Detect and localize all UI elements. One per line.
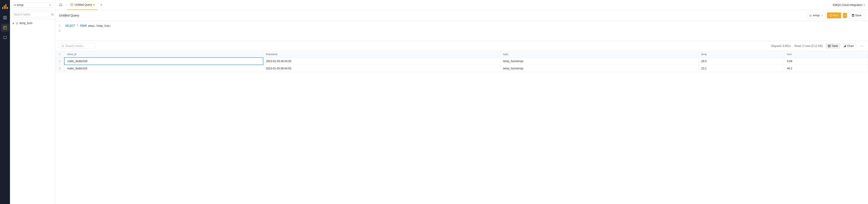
sidebar-search-bar: ↻	[10, 10, 55, 19]
col-header-rownum: #	[55, 51, 64, 58]
nav-separator: /	[65, 4, 66, 6]
svg-point-21	[62, 45, 63, 47]
svg-rect-3	[4, 18, 5, 19]
more-options-button[interactable]: ⋯	[859, 43, 864, 49]
row-1-client-id[interactable]: mattx_9edbc026	[64, 58, 263, 65]
line-number-2: 2	[59, 29, 62, 34]
sidebar-table-label: temp_hum	[20, 22, 32, 25]
toolbar-right: ▤ emqx ∨ Run ▾	[807, 12, 864, 19]
table-body: 1 mattx_9edbc026 2023-01-05 08:45:05 tem…	[55, 58, 868, 72]
svg-rect-2	[5, 17, 6, 18]
row-2-temp: 23.1	[699, 65, 784, 72]
col-header-client-id: client_id	[64, 51, 263, 58]
search-tables-input[interactable]	[12, 12, 50, 17]
table-row: 2 mattx_9edbc026 2023-01-05 08:44:55 tem…	[55, 65, 868, 72]
results-stats: Elapsed: 0.081s Read: 2 rows (0.11 KB)	[771, 45, 823, 48]
row-2-client-id: mattx_9edbc026	[64, 65, 263, 72]
sidebar-item-temp-hum[interactable]: ▶ ▤ temp_hum	[10, 20, 55, 26]
row-2-timestamp: 2023-01-05 08:44:55	[263, 65, 500, 72]
row-1-hum: 0.68	[784, 58, 868, 65]
data-table: # client_id timestamp topic temp hum 1 m…	[55, 51, 868, 204]
sidebar-nav-database[interactable]	[1, 13, 9, 22]
col-header-timestamp: timestamp	[263, 51, 500, 58]
sidebar-nav-monitor[interactable]	[1, 33, 9, 42]
row-1-topic: temp_hum/emqx	[500, 58, 699, 65]
view-chart-button[interactable]: Chart	[841, 43, 856, 49]
elapsed-stat: Elapsed: 0.081s	[771, 45, 791, 48]
code-editor-padding	[59, 33, 864, 38]
keyword-from: FROM	[80, 25, 87, 28]
read-stat: Read: 2 rows (0.11 KB)	[794, 45, 823, 48]
run-button[interactable]: Run	[827, 12, 841, 18]
tab-modified-indicator	[93, 4, 94, 5]
logo-bar-1	[2, 7, 3, 9]
top-nav: / Untitled Query + EMQX Cloud Integratio…	[55, 0, 868, 10]
view-chart-label: Chart	[847, 45, 854, 48]
save-button-label: Save	[855, 14, 861, 17]
header-row: # client_id timestamp topic temp hum	[55, 51, 868, 58]
tab-untitled-query[interactable]: Untitled Query	[68, 0, 97, 10]
save-button[interactable]: Save	[849, 12, 864, 19]
table-header: # client_id timestamp topic temp hum	[55, 51, 868, 58]
code-editor[interactable]: 1 SELECT * FROM emqx.temp_hum; 2	[55, 21, 868, 41]
db-selector-chevron: ∨	[821, 14, 823, 17]
sidebar-header: ▤ emqx ∨	[10, 0, 55, 10]
svg-rect-4	[5, 18, 6, 19]
col-header-temp: temp	[699, 51, 784, 58]
row-1-temp: 28.5	[699, 58, 784, 65]
sidebar-nav-query[interactable]	[1, 24, 9, 32]
refresh-icon: ↻	[51, 13, 54, 16]
row-2-hum: 46.2	[784, 65, 868, 72]
app-title-area[interactable]: EMQX Cloud Integration ∨	[833, 3, 865, 6]
logo-bar-2	[4, 5, 5, 9]
sidebar-db-name: emqx	[17, 3, 24, 6]
code-line-1: 1 SELECT * FROM emqx.temp_hum;	[59, 24, 864, 29]
view-table-label: Table	[832, 45, 838, 48]
view-table-button[interactable]: Table	[826, 43, 840, 49]
db-icon: ▤	[14, 3, 16, 6]
logo-bar-3	[5, 4, 6, 9]
run-button-label: Run	[833, 14, 838, 17]
col-header-topic: topic	[500, 51, 699, 58]
app-title: EMQX Cloud Integration	[833, 3, 862, 6]
table-row: 1 mattx_9edbc026 2023-01-05 08:45:05 tem…	[55, 58, 868, 65]
svg-rect-28	[844, 46, 845, 47]
logo	[2, 2, 8, 11]
code-content-1: SELECT * FROM emqx.temp_hum;	[65, 24, 111, 29]
sidebar-db-selector[interactable]: ▤ emqx ∨	[12, 2, 53, 8]
tab-label: Untitled Query	[74, 3, 92, 6]
db-selector-icon: ▤	[809, 14, 812, 17]
svg-rect-9	[3, 36, 7, 38]
row-1-num: 1	[55, 58, 64, 65]
svg-rect-27	[844, 47, 844, 47]
main-content: / Untitled Query + EMQX Cloud Integratio…	[55, 0, 868, 204]
db-selector-button[interactable]: ▤ emqx ∨	[807, 12, 825, 18]
sidebar-tree: ▶ ▤ temp_hum	[10, 19, 55, 204]
svg-line-22	[63, 47, 64, 47]
keyword-select: SELECT	[65, 25, 75, 28]
sidebar: ▤ emqx ∨ ↻ ▶ ▤ temp_hum	[10, 0, 55, 204]
svg-rect-19	[852, 14, 854, 15]
results-search-input[interactable]: Search results...	[59, 43, 95, 49]
results-toolbar: Search results... Elapsed: 0.081s Read: …	[55, 41, 868, 51]
table-icon: ▤	[16, 22, 18, 25]
db-selector-label: emqx	[813, 14, 819, 17]
svg-rect-30	[846, 45, 846, 47]
results-search-placeholder: Search results...	[65, 45, 85, 48]
svg-rect-0	[3, 16, 7, 19]
query-toolbar: Untitled Query ▤ emqx ∨ Run ▾	[55, 10, 868, 21]
code-line-2: 2	[59, 29, 864, 34]
icon-bar	[0, 0, 10, 204]
svg-rect-20	[852, 16, 854, 17]
view-toggle: Table Chart	[826, 43, 856, 49]
row-1-timestamp: 2023-01-05 08:45:05	[263, 58, 500, 65]
svg-rect-23	[828, 45, 830, 47]
results-table: # client_id timestamp topic temp hum 1 m…	[55, 51, 868, 72]
home-button[interactable]	[58, 2, 63, 8]
refresh-button[interactable]: ↻	[51, 12, 54, 17]
tab-add-button[interactable]: +	[99, 2, 103, 7]
results-area: Search results... Elapsed: 0.081s Read: …	[55, 41, 868, 204]
query-title: Untitled Query	[59, 13, 79, 17]
run-dropdown-button[interactable]: ▾	[843, 13, 847, 18]
svg-marker-17	[831, 15, 832, 16]
